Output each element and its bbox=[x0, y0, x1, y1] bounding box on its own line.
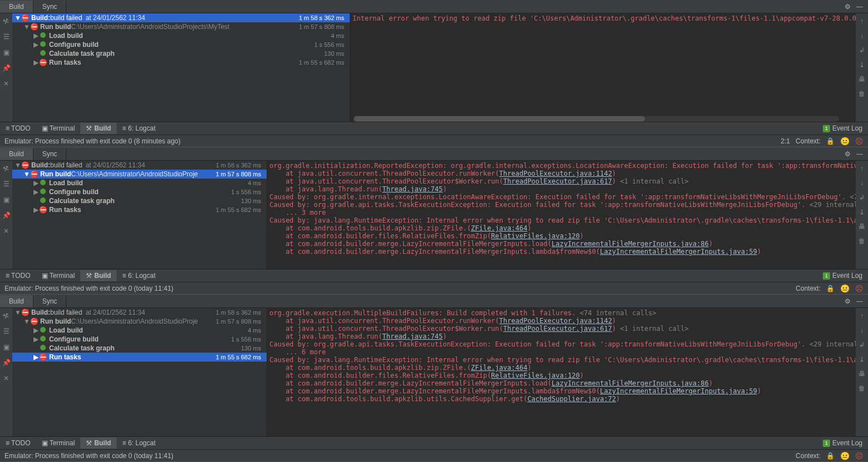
face-neutral-icon[interactable]: 😐 bbox=[840, 284, 850, 293]
tree-row[interactable]: ▼⛔Build: build failedat 24/01/2562 11:34… bbox=[12, 13, 350, 22]
face-sad-icon[interactable]: ☹ bbox=[855, 284, 864, 293]
filter-icon[interactable]: ☰ bbox=[2, 327, 11, 336]
scroll-icon[interactable]: ⤓ bbox=[857, 355, 866, 364]
down-icon[interactable]: ↓ bbox=[857, 31, 866, 40]
expand-arrow-icon[interactable]: ▶ bbox=[32, 59, 39, 66]
lock-icon[interactable]: 🔒 bbox=[826, 137, 835, 145]
trash-icon[interactable]: 🗑 bbox=[857, 89, 866, 98]
tree-row[interactable]: ▶⛔Run tasks1 m 55 s 682 ms bbox=[12, 205, 267, 214]
wrap-icon[interactable]: ↲ bbox=[857, 46, 866, 55]
close-icon[interactable]: ✕ bbox=[2, 79, 11, 88]
expand-arrow-icon[interactable]: ▶ bbox=[32, 326, 39, 334]
minimize-icon[interactable]: — bbox=[853, 3, 866, 11]
tab-sync-top[interactable]: Sync bbox=[33, 1, 67, 13]
expand-arrow-icon[interactable]: ▼ bbox=[15, 161, 21, 169]
layout-icon[interactable]: ▣ bbox=[2, 48, 11, 57]
tree-row[interactable]: ▼⛔Build: build failedat 24/01/2562 11:34… bbox=[12, 308, 267, 317]
build-tree[interactable]: ▼⛔Build: build failedat 24/01/2562 11:34… bbox=[12, 161, 267, 269]
expand-arrow-icon[interactable]: ▼ bbox=[15, 309, 21, 316]
expand-arrow-icon[interactable]: ▶ bbox=[32, 179, 39, 187]
source-link[interactable]: RelativeFiles.java:120 bbox=[491, 372, 580, 379]
scroll-icon[interactable]: ⤓ bbox=[857, 60, 866, 69]
tree-row[interactable]: Calculate task graph130 ms bbox=[12, 344, 267, 353]
tab-terminal[interactable]: ▣ Terminal bbox=[36, 123, 80, 134]
hammer-icon[interactable]: ⚒ bbox=[1, 310, 12, 322]
filter-icon[interactable]: ☰ bbox=[2, 32, 11, 41]
expand-arrow-icon[interactable]: ▶ bbox=[32, 353, 39, 361]
expand-arrow-icon[interactable]: ▶ bbox=[32, 335, 39, 343]
lock-icon[interactable]: 🔒 bbox=[826, 285, 835, 292]
expand-arrow-icon[interactable]: ▶ bbox=[32, 206, 39, 214]
tree-row[interactable]: ▶Load build4 ms bbox=[12, 179, 267, 187]
tree-row[interactable]: Calculate task graph130 ms bbox=[12, 196, 267, 205]
face-neutral-icon[interactable]: 😐 bbox=[840, 137, 850, 146]
source-link[interactable]: RelativeFiles.java:120 bbox=[491, 232, 580, 240]
tab-terminal[interactable]: ▣ Terminal bbox=[36, 437, 80, 449]
tab-sync-top[interactable]: Sync bbox=[33, 295, 67, 307]
minimize-icon[interactable]: — bbox=[853, 297, 866, 305]
trash-icon[interactable]: 🗑 bbox=[857, 237, 866, 246]
tree-row[interactable]: ▶Load build4 ms bbox=[12, 31, 350, 40]
console-output[interactable]: Internal error when trying to read zip f… bbox=[350, 13, 856, 122]
tab-build[interactable]: ⚒ Build bbox=[80, 270, 117, 281]
gear-icon[interactable]: ⚙ bbox=[841, 148, 853, 160]
tab-logcat[interactable]: ≡ 6: Logcat bbox=[117, 270, 161, 281]
trash-icon[interactable]: 🗑 bbox=[857, 384, 866, 393]
build-tree[interactable]: ▼⛔Build: build failedat 24/01/2562 11:34… bbox=[12, 308, 267, 436]
tree-row[interactable]: ▶Configure build1 s 556 ms bbox=[12, 40, 350, 49]
print-icon[interactable]: 🖶 bbox=[857, 75, 866, 84]
hammer-icon[interactable]: ⚒ bbox=[1, 16, 12, 27]
up-icon[interactable]: ↑ bbox=[857, 17, 866, 26]
gear-icon[interactable]: ⚙ bbox=[841, 295, 853, 307]
expand-arrow-icon[interactable]: ▼ bbox=[23, 23, 30, 31]
up-icon[interactable]: ↑ bbox=[857, 164, 866, 173]
minimize-icon[interactable]: — bbox=[853, 150, 866, 158]
tab-build-top[interactable]: Build bbox=[0, 148, 33, 160]
source-link[interactable]: ZFile.java:464 bbox=[471, 364, 527, 372]
print-icon[interactable]: 🖶 bbox=[857, 222, 866, 231]
tree-row[interactable]: ▼⛔Run build C:\Users\Administrator\Andro… bbox=[12, 170, 267, 179]
source-link[interactable]: Thread.java:745 bbox=[382, 185, 442, 193]
event-log-button[interactable]: Event Log bbox=[832, 124, 862, 132]
source-link[interactable]: LazyIncrementalFileMergerInputs.java:86 bbox=[552, 379, 709, 387]
tab-build[interactable]: ⚒ Build bbox=[80, 437, 117, 449]
expand-arrow-icon[interactable]: ▼ bbox=[15, 14, 21, 22]
source-link[interactable]: Thread.java:745 bbox=[382, 333, 442, 340]
source-link[interactable]: ZFile.java:464 bbox=[471, 224, 527, 232]
source-link[interactable]: LazyIncrementalFileMergerInputs.java:86 bbox=[552, 240, 709, 248]
pin-icon[interactable]: 📌 bbox=[2, 358, 11, 367]
tab-todo[interactable]: ≡ TODO bbox=[0, 437, 36, 449]
wrap-icon[interactable]: ↲ bbox=[857, 193, 866, 202]
scroll-icon[interactable]: ⤓ bbox=[857, 208, 866, 216]
tab-sync-top[interactable]: Sync bbox=[33, 148, 67, 160]
source-link[interactable]: LazyIncrementalFileMergerInputs.java:59 bbox=[600, 248, 757, 256]
close-icon[interactable]: ✕ bbox=[2, 374, 11, 383]
tab-build-top[interactable]: Build bbox=[0, 1, 33, 13]
close-icon[interactable]: ✕ bbox=[2, 227, 11, 235]
layout-icon[interactable]: ▣ bbox=[2, 195, 11, 204]
build-tree[interactable]: ▼⛔Build: build failedat 24/01/2562 11:34… bbox=[12, 13, 350, 122]
source-link[interactable]: ThreadPoolExecutor.java:1142 bbox=[499, 170, 612, 177]
source-link[interactable]: ThreadPoolExecutor.java:617 bbox=[503, 325, 612, 333]
tab-logcat[interactable]: ≡ 6: Logcat bbox=[117, 123, 161, 134]
tree-row[interactable]: ▶Load build4 ms bbox=[12, 326, 267, 335]
tree-row[interactable]: ▼⛔Build: build failedat 24/01/2562 11:34… bbox=[12, 161, 267, 170]
source-link[interactable]: CachedSupplier.java:72 bbox=[527, 395, 616, 403]
layout-icon[interactable]: ▣ bbox=[2, 343, 11, 352]
event-log-button[interactable]: Event Log bbox=[832, 272, 862, 280]
tab-build[interactable]: ⚒ Build bbox=[80, 123, 117, 134]
down-icon[interactable]: ↓ bbox=[857, 179, 866, 187]
hammer-icon[interactable]: ⚒ bbox=[1, 163, 12, 175]
expand-arrow-icon[interactable]: ▼ bbox=[23, 170, 30, 178]
tree-row[interactable]: ▼⛔Run build C:\Users\Administrator\Andro… bbox=[12, 22, 350, 31]
pin-icon[interactable]: 📌 bbox=[2, 211, 11, 220]
face-neutral-icon[interactable]: 😐 bbox=[840, 451, 850, 460]
tree-row[interactable]: ▶⛔Run tasks1 m 55 s 682 ms bbox=[12, 353, 267, 362]
expand-arrow-icon[interactable]: ▼ bbox=[23, 317, 30, 325]
tree-row[interactable]: ▶⛔Run tasks1 m 55 s 682 ms bbox=[12, 58, 350, 67]
tree-row[interactable]: ▶Configure build1 s 556 ms bbox=[12, 187, 267, 196]
event-log-button[interactable]: Event Log bbox=[832, 439, 862, 447]
source-link[interactable]: LazyIncrementalFileMergerInputs.java:59 bbox=[600, 387, 757, 395]
tab-todo[interactable]: ≡ TODO bbox=[0, 270, 36, 281]
gear-icon[interactable]: ⚙ bbox=[841, 1, 853, 13]
